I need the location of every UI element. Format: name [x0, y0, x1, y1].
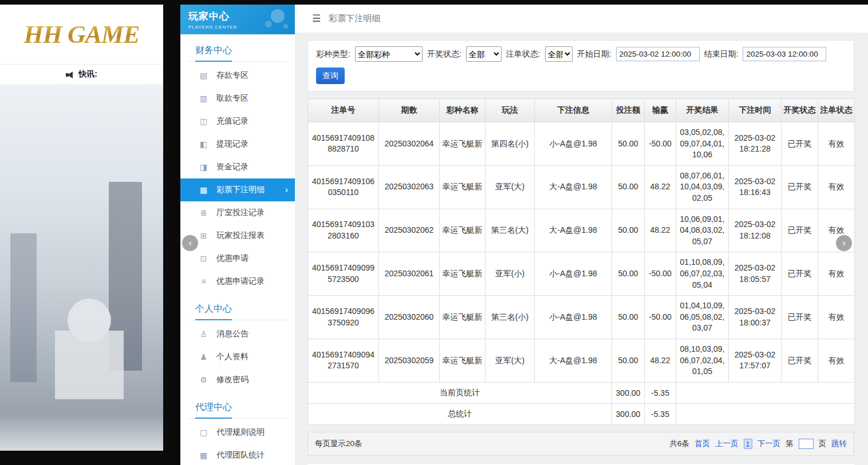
carousel-left-button[interactable]: ‹: [182, 235, 198, 251]
bets-table: 注单号期数彩种名称玩法下注信息投注额输赢开奖结果下注时间开奖状态注单状态 401…: [307, 98, 855, 425]
column-header: 彩种名称: [440, 99, 486, 122]
table-cell: 有效: [818, 165, 855, 209]
news-ticker: 快讯:: [0, 64, 163, 85]
table-cell: 幸运飞艇新: [440, 339, 486, 382]
query-button[interactable]: 查询: [316, 67, 345, 84]
table-cell: 50.00: [612, 209, 645, 252]
draw-status-select[interactable]: 全部: [466, 46, 502, 62]
first-page-link[interactable]: 首页: [695, 439, 710, 449]
menu-icon[interactable]: ☰: [312, 13, 321, 25]
jump-link[interactable]: 跳转: [831, 439, 847, 449]
sidebar-item-label: 充值记录: [216, 116, 248, 126]
table-cell: 第三名(小): [486, 296, 535, 339]
table-row: 40156917409108882871020250302064幸运飞艇新第四名…: [308, 122, 855, 166]
table-cell: 20250302064: [379, 122, 440, 166]
table-row: 40156917409106035011020250302063幸运飞艇新亚军(…: [308, 165, 855, 209]
table-cell: 50.00: [612, 339, 645, 382]
order-status-select[interactable]: 全部: [545, 46, 573, 62]
column-header: 下注时间: [729, 99, 782, 122]
sidebar-item[interactable]: ▩代理团队统计: [180, 444, 295, 465]
carousel-right-icon: ›: [842, 237, 846, 249]
sidebar-item[interactable]: ▢代理规则说明: [180, 421, 295, 444]
table-cell: 已开奖: [782, 165, 818, 209]
page-jump-input[interactable]: [799, 439, 814, 449]
table-cell: 小-A盘@1.98: [535, 296, 612, 339]
sidebar-item[interactable]: ≡优惠申请记录: [180, 270, 295, 293]
sidebar-item[interactable]: ≣厅室投注记录: [180, 201, 295, 224]
column-header: 投注额: [612, 99, 645, 122]
sidebar-item-label: 厅室投注记录: [216, 208, 265, 218]
table-cell: 20250302061: [379, 252, 440, 296]
bubbles-decoration-icon: [261, 6, 293, 33]
sidebar-item[interactable]: ⊡优惠申请: [180, 247, 295, 270]
table-cell: 2025-03-02 18:05:57: [729, 252, 782, 296]
table-cell: 小-A盘@1.98: [535, 122, 612, 166]
sidebar-item-label: 取款专区: [216, 93, 248, 104]
message-icon: ♙: [199, 329, 208, 339]
table-cell: 08,10,03,09,06,07,02,04,01,05: [676, 339, 729, 382]
carousel-right-button[interactable]: ›: [836, 235, 852, 251]
column-header: 下注信息: [535, 99, 612, 122]
sidebar-item[interactable]: ◨资金记录: [180, 156, 295, 178]
sidebar: 玩家中心 PLAYERS CENTER 财务中心▤存款专区▥取款专区◫充值记录◧…: [180, 5, 295, 465]
table-cell: 有效: [818, 252, 855, 296]
table-cell: 50.00: [612, 122, 645, 166]
table-cell: -50.00: [645, 122, 676, 166]
end-date-input[interactable]: [743, 47, 826, 61]
hall-bet-icon: ≣: [199, 208, 208, 217]
summary-cell: -5.35: [645, 382, 676, 403]
sidebar-item[interactable]: ♙消息公告: [180, 323, 295, 345]
table-cell: -50.00: [645, 296, 676, 339]
sidebar-item-label: 代理团队统计: [216, 450, 265, 460]
table-row: 40156917409096375092020250302060幸运飞艇新第三名…: [308, 296, 855, 339]
building-shape: [10, 233, 37, 382]
table-cell: 401569174091088828710: [308, 122, 379, 166]
order-status-label: 注单状态:: [506, 49, 540, 59]
promo-apply-icon: ⊡: [199, 254, 208, 263]
sidebar-item-label: 提现记录: [216, 139, 248, 149]
sidebar-item-label: 代理规则说明: [216, 427, 265, 438]
table-cell: 20250302063: [379, 165, 440, 209]
prev-page-link[interactable]: 上一页: [715, 439, 739, 449]
content: 彩种类型: 全部彩种 开奖状态: 全部 注单状态: 全部 开始日期: 结束日期:…: [307, 40, 854, 465]
sidebar-item[interactable]: ◫充值记录: [180, 110, 295, 133]
table-cell: 亚军(小): [486, 252, 535, 296]
per-page-label: 每页显示20条: [315, 439, 362, 449]
sidebar-item[interactable]: ▦彩票下注明细›: [180, 178, 295, 201]
table-header-row: 注单号期数彩种名称玩法下注信息投注额输赢开奖结果下注时间开奖状态注单状态: [308, 99, 855, 122]
lottery-type-label: 彩种类型:: [316, 49, 350, 59]
section-title: 个人中心: [188, 297, 287, 320]
sidebar-item[interactable]: ◧提现记录: [180, 133, 295, 156]
table-cell: 幸运飞艇新: [440, 165, 486, 209]
start-date-input[interactable]: [616, 47, 700, 61]
table-cell: 401569174090942731570: [308, 339, 379, 382]
column-header: 输赢: [645, 99, 676, 122]
table-cell: 50.00: [612, 165, 645, 209]
city-photo: [0, 85, 163, 451]
table-cell: 20250302060: [379, 296, 440, 339]
promo-pane: HH GAME 快讯:: [0, 5, 163, 451]
page-prefix-label: 第: [786, 439, 794, 449]
sidebar-item[interactable]: ▥取款专区: [180, 87, 295, 110]
sidebar-item[interactable]: ▤存款专区: [180, 64, 295, 87]
player-report-icon: ⊞: [199, 231, 208, 240]
table-cell: -50.00: [645, 252, 676, 296]
sidebar-item[interactable]: ♟个人资料: [180, 345, 295, 368]
table-cell: 20250302062: [379, 209, 440, 252]
lottery-type-select[interactable]: 全部彩种: [355, 46, 423, 62]
page-title: 彩票下注明细: [329, 13, 380, 24]
sidebar-item[interactable]: ⚙修改密码: [180, 368, 295, 391]
topbar: ☰ 彩票下注明细: [295, 5, 868, 33]
summary-row: 当前页统计300.00-5.35: [308, 382, 855, 403]
sidebar-header: 玩家中心 PLAYERS CENTER: [180, 5, 295, 34]
bets-table-wrap: 注单号期数彩种名称玩法下注信息投注额输赢开奖结果下注时间开奖状态注单状态 401…: [307, 98, 854, 425]
table-cell: 幸运飞艇新: [440, 122, 486, 166]
next-page-link[interactable]: 下一页: [757, 439, 781, 449]
table-cell: 2025-03-02 18:16:43: [729, 165, 782, 209]
table-cell: 401569174091032803160: [308, 209, 379, 252]
summary-cell: 总统计: [308, 403, 612, 424]
chevron-right-icon: ›: [285, 185, 288, 195]
sidebar-item-label: 修改密码: [216, 375, 248, 385]
table-cell: 已开奖: [782, 252, 818, 296]
table-cell: 小-A盘@1.98: [535, 252, 612, 296]
